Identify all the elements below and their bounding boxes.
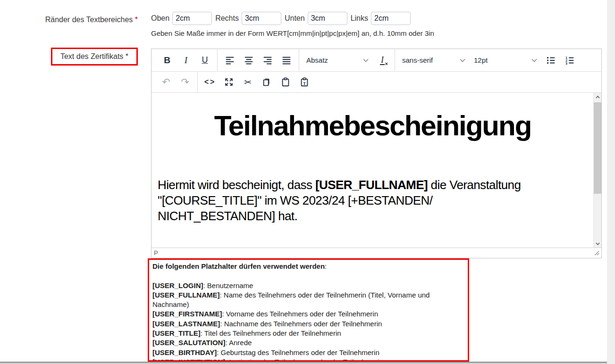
editor-statusbar: P <box>152 248 601 258</box>
placeholder-item: [USER_FULLNAME]: Name des Teilnehmers od… <box>152 290 465 310</box>
underline-button[interactable]: U <box>195 52 214 69</box>
toolbar-group-tools: <> ✂ T <box>198 72 317 92</box>
chevron-down-icon <box>460 58 465 62</box>
font-size-value: 12pt <box>474 56 488 64</box>
element-path[interactable]: P <box>154 249 158 256</box>
align-justify-icon <box>281 55 292 66</box>
scrollbar-thumb[interactable] <box>594 102 601 194</box>
font-family-select[interactable]: sans-serif <box>398 52 470 69</box>
paragraph-format-select[interactable]: Absatz <box>302 52 373 69</box>
placeholder-item: [USER_LOGIN]: Benutzername <box>152 281 465 290</box>
undo-icon: ↶ <box>162 77 170 87</box>
margin-left-label: Links <box>351 14 368 23</box>
align-center-icon <box>244 55 254 66</box>
bullet-list-button[interactable] <box>541 52 560 69</box>
fullscreen-icon <box>224 77 234 87</box>
underline-icon: U <box>202 55 208 65</box>
chevron-down-icon <box>596 242 600 245</box>
align-center-button[interactable] <box>239 52 258 69</box>
italic-button[interactable]: I <box>177 52 195 69</box>
margin-top-input[interactable] <box>172 12 212 25</box>
svg-text:T: T <box>303 81 306 86</box>
placeholder-item: [USER_INSTITUTION]: Institution des Teil… <box>152 357 465 362</box>
align-right-button[interactable] <box>258 52 277 69</box>
placeholder-user-fullname: [USER_FULLNAME] <box>315 178 428 192</box>
font-size-select[interactable]: 12pt <box>470 52 541 69</box>
placeholder-item: [USER_SALUTATION]: Anrede <box>152 338 465 347</box>
source-code-icon: <> <box>204 78 216 86</box>
editor-content-area[interactable]: Teilnahmebescheinigung Hiermit wird besc… <box>152 93 593 248</box>
cut-button[interactable]: ✂ <box>238 74 257 91</box>
numbered-list-button[interactable]: 123 <box>560 52 579 69</box>
placeholder-item: [USER_TITLE]: Titel des Teilnehmers oder… <box>152 329 465 338</box>
paste-icon <box>280 77 291 87</box>
margin-top-label: Oben <box>151 14 169 23</box>
redo-button[interactable]: ↷ <box>176 74 194 91</box>
italic-icon: I <box>185 55 187 66</box>
toolbar-group-font: sans-serif 12pt 123 <box>395 49 582 71</box>
required-asterisk: * <box>135 16 138 24</box>
placeholders-title: Die folgenden Platzhalter dürfen verwend… <box>152 262 465 271</box>
required-asterisk: * <box>126 52 128 60</box>
align-right-icon <box>262 55 273 66</box>
align-left-button[interactable] <box>220 52 239 69</box>
margins-help-text: Geben Sie Maße immer in der Form WERT[cm… <box>151 29 434 37</box>
paste-button[interactable] <box>276 74 295 91</box>
document-heading: Teilnahmebescheinigung <box>158 111 588 141</box>
clear-formatting-icon: I× <box>380 56 385 65</box>
resize-handle[interactable] <box>594 250 599 256</box>
scroll-down-button[interactable] <box>594 240 601 248</box>
paste-as-text-icon: T <box>299 77 310 87</box>
document-paragraph: Hiermit wird bescheinigt, dass [USER_FUL… <box>158 177 588 224</box>
clear-formatting-button[interactable]: I× <box>373 52 392 69</box>
toolbar-group-align <box>218 49 299 71</box>
page: Ränder des Textbereiches * Oben Rechts U… <box>0 0 615 364</box>
toolbar-row-2: ↶ ↷ <> ✂ T <box>152 72 601 93</box>
placeholders-annotation-box: Die folgenden Platzhalter dürfen verwend… <box>148 258 469 362</box>
scroll-up-button[interactable] <box>594 93 601 101</box>
bold-button[interactable]: B <box>158 52 177 69</box>
chevron-down-icon <box>363 58 369 62</box>
svg-text:3: 3 <box>565 61 567 65</box>
paste-as-text-button[interactable]: T <box>295 74 314 91</box>
editor-body: Teilnahmebescheinigung Hiermit wird besc… <box>152 93 601 248</box>
margin-fields-row: Oben Rechts Unten Links <box>151 12 414 25</box>
copy-icon <box>261 77 272 87</box>
placeholder-item: [USER_BIRTHDAY]: Geburtstag des Teilnehm… <box>152 348 465 357</box>
copy-button[interactable] <box>257 74 276 91</box>
editor-scrollbar[interactable] <box>593 93 601 248</box>
redo-icon: ↷ <box>181 77 189 87</box>
fullscreen-button[interactable] <box>219 74 238 91</box>
certificate-label-text: Text des Zertifikats <box>60 52 123 60</box>
margins-label-text: Ränder des Textbereiches <box>45 16 133 24</box>
align-justify-button[interactable] <box>277 52 296 69</box>
undo-button[interactable]: ↶ <box>157 74 176 91</box>
toolbar-group-text-style: B I U <box>155 49 218 71</box>
scrollbar-track[interactable] <box>594 101 601 240</box>
bullet-list-icon <box>546 55 556 66</box>
chevron-up-icon <box>596 96 600 99</box>
margin-right-label: Rechts <box>215 14 239 23</box>
chevron-down-icon <box>531 58 537 62</box>
cut-icon: ✂ <box>244 77 252 87</box>
bold-icon: B <box>164 55 170 66</box>
toolbar-row-1: B I U Absatz <box>152 49 601 72</box>
page-right-gutter <box>607 0 615 364</box>
numbered-list-icon: 123 <box>564 55 575 66</box>
placeholder-item: [USER_LASTNAME]: Nachname des Teilnehmer… <box>152 319 465 329</box>
placeholder-item: [USER_FIRSTNAME]: Vorname des Teilnehmer… <box>152 309 465 319</box>
source-code-button[interactable]: <> <box>201 74 219 91</box>
align-left-icon <box>225 55 235 66</box>
resize-grip-icon <box>594 250 599 256</box>
paragraph-format-value: Absatz <box>306 56 328 64</box>
margin-bottom-input[interactable] <box>308 12 347 25</box>
margin-right-input[interactable] <box>242 12 281 25</box>
margin-left-input[interactable] <box>371 12 411 25</box>
richtext-editor: B I U Absatz <box>151 49 602 258</box>
margin-bottom-label: Unten <box>285 14 305 23</box>
certificate-label-annotation-box: Text des Zertifikats * <box>51 48 138 66</box>
font-family-value: sans-serif <box>402 56 433 64</box>
horizontal-scrollbar[interactable] <box>0 362 607 364</box>
margins-row-label: Ränder des Textbereiches * <box>0 16 138 24</box>
toolbar-group-history: ↶ ↷ <box>154 72 198 92</box>
